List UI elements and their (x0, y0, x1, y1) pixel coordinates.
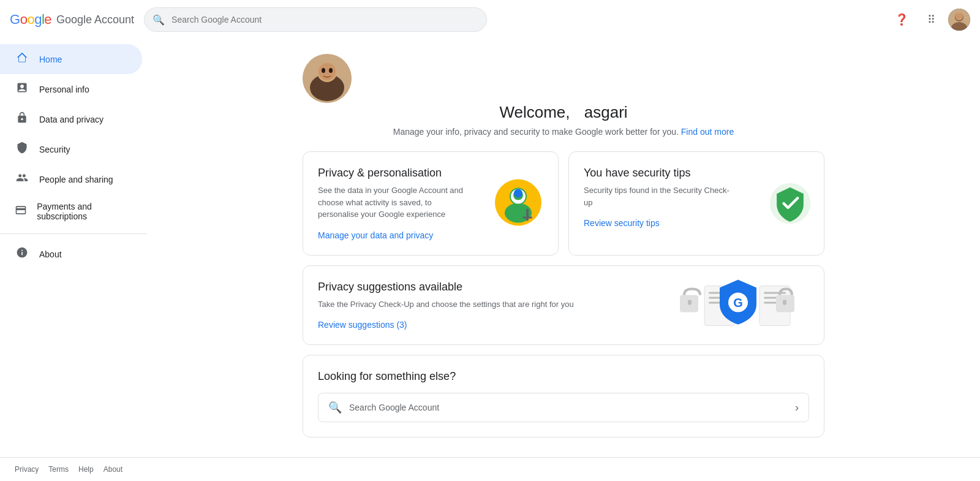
sidebar-divider (0, 233, 147, 234)
apps-button[interactable]: ⠿ (919, 7, 943, 32)
privacy-card-title: Privacy & personalisation (318, 167, 453, 180)
avatar-image (948, 9, 970, 31)
apps-icon: ⠿ (927, 13, 935, 26)
svg-rect-17 (526, 208, 529, 221)
svg-point-10 (329, 68, 333, 73)
footer-help-link[interactable]: Help (78, 465, 94, 474)
footer-about-link[interactable]: About (104, 465, 123, 474)
privacy-card-icon (491, 175, 546, 232)
user-name: asgari (584, 103, 628, 121)
app-container: Google Google Account 🔍 ❓ ⠿ (0, 0, 980, 481)
security-shield-svg (769, 179, 812, 228)
profile-subtitle: Manage your info, privacy and security t… (303, 127, 824, 137)
svg-point-8 (318, 63, 336, 80)
svg-rect-29 (764, 292, 786, 294)
avatar (948, 9, 970, 31)
footer-terms-link[interactable]: Terms (48, 465, 69, 474)
profile-header: Welcome, asgari Manage your info, privac… (303, 54, 824, 137)
logo-e: e (44, 12, 51, 28)
logo-g2: g (34, 12, 42, 28)
security-card-desc: Security tips found in the Security Chec… (584, 184, 730, 208)
search-row-icon: 🔍 (328, 401, 342, 414)
sidebar-item-home-label: Home (39, 55, 62, 64)
avatar-button[interactable] (948, 9, 970, 31)
security-card[interactable]: You have security tips Security tips fou… (568, 151, 824, 256)
avatar-svg (303, 54, 352, 103)
sidebar-item-payments[interactable]: Payments and subscriptions (0, 194, 142, 229)
sidebar-item-security[interactable]: Security (0, 134, 142, 164)
main-content: Welcome, asgari Manage your info, privac… (147, 39, 980, 481)
sidebar-item-about-label: About (39, 249, 62, 259)
account-search-row[interactable]: 🔍 Search Google Account › (318, 393, 809, 422)
footer: Privacy Terms Help About (0, 457, 980, 481)
search-icon: 🔍 (153, 14, 165, 26)
svg-rect-21 (688, 300, 692, 305)
welcome-label: Welcome, (499, 103, 570, 121)
sidebar-item-personal-info-label: Personal info (39, 85, 89, 94)
logo-area: Google Google Account (10, 12, 134, 28)
search-input[interactable] (144, 7, 487, 32)
sidebar-item-people-sharing[interactable]: People and sharing (0, 164, 142, 194)
privacy-illustration (491, 175, 546, 230)
svg-point-16 (514, 189, 522, 197)
security-card-icon (769, 182, 812, 225)
privacy-card-link[interactable]: Manage your data and privacy (318, 230, 433, 240)
suggestions-illustration: G (677, 276, 799, 331)
subtitle-text: Manage your info, privacy and security t… (393, 127, 679, 137)
sidebar-item-security-label: Security (39, 145, 70, 154)
content-center: Welcome, asgari Manage your info, privac… (288, 39, 839, 437)
svg-text:G: G (733, 295, 743, 309)
welcome-heading: Welcome, asgari (303, 103, 824, 122)
logo-o1: o (20, 12, 28, 28)
payments-icon (15, 204, 27, 219)
about-icon (15, 246, 29, 262)
help-button[interactable]: ❓ (889, 7, 914, 32)
looking-card: Looking for something else? 🔍 Search Goo… (303, 355, 824, 437)
search-row-text: Search Google Account (349, 403, 788, 412)
sidebar-item-about[interactable]: About (0, 239, 142, 269)
account-label: Google Account (56, 13, 134, 26)
security-card-link[interactable]: Review security tips (584, 218, 660, 228)
top-right-actions: ❓ ⠿ (889, 7, 970, 32)
svg-point-9 (322, 68, 325, 73)
sidebar-item-people-sharing-label: People and sharing (39, 175, 113, 184)
suggestions-card[interactable]: Privacy suggestions available Take the P… (303, 265, 824, 346)
svg-rect-33 (783, 300, 786, 305)
personal-info-icon (15, 81, 29, 97)
cards-row: Privacy & personalisation See the data i… (303, 151, 824, 256)
google-logo: Google (10, 12, 51, 28)
sidebar-item-data-privacy[interactable]: Data and privacy (0, 104, 142, 134)
home-icon (15, 51, 29, 67)
svg-rect-18 (522, 216, 532, 218)
suggestions-card-icon: G (677, 276, 799, 333)
suggestions-card-link[interactable]: Review suggestions (3) (318, 320, 407, 330)
sidebar: Home Personal info Data and privacy Secu… (0, 39, 147, 481)
help-icon: ❓ (895, 13, 908, 26)
main-layout: Home Personal info Data and privacy Secu… (0, 39, 980, 481)
security-card-title: You have security tips (584, 167, 719, 180)
suggestions-card-desc: Take the Privacy Check-Up and choose the… (318, 298, 637, 311)
sidebar-item-home[interactable]: Home (0, 44, 142, 74)
looking-card-title: Looking for something else? (318, 370, 809, 383)
find-out-more-link[interactable]: Find out more (681, 127, 734, 137)
sidebar-item-personal-info[interactable]: Personal info (0, 74, 142, 104)
top-bar: Google Google Account 🔍 ❓ ⠿ (0, 0, 980, 39)
logo-o2: o (27, 12, 34, 28)
privacy-card[interactable]: Privacy & personalisation See the data i… (303, 151, 559, 256)
profile-avatar (303, 54, 352, 103)
security-icon (15, 142, 29, 157)
sidebar-item-payments-label: Payments and subscriptions (37, 202, 127, 221)
logo-g: G (10, 12, 20, 28)
chevron-right-icon: › (795, 401, 799, 414)
sidebar-item-data-privacy-label: Data and privacy (39, 115, 104, 124)
svg-point-4 (956, 13, 962, 20)
footer-privacy-link[interactable]: Privacy (15, 465, 39, 474)
people-sharing-icon (15, 172, 29, 187)
privacy-card-desc: See the data in your Google Account and … (318, 184, 464, 221)
search-bar-container: 🔍 (144, 7, 487, 32)
data-privacy-icon (15, 112, 29, 127)
